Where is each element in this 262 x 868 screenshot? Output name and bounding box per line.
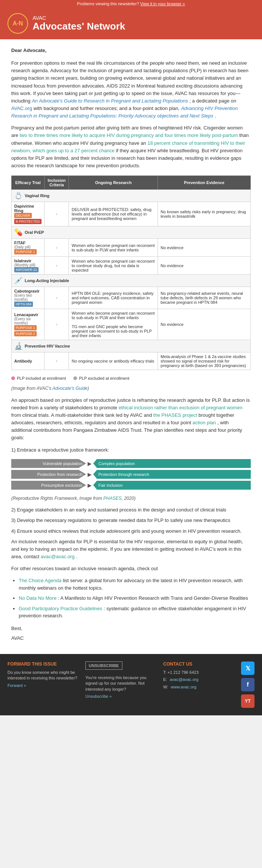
- contact-website-row: W: www.avac.org: [163, 684, 235, 690]
- ongoing-islatravir: Women who become pregnant can reconsent …: [69, 257, 158, 275]
- category-oral-prep: 💊 Oral PrEP: [12, 226, 251, 239]
- twitter-button[interactable]: 𝕏: [241, 661, 255, 675]
- phases-link[interactable]: the PHASES project: [153, 412, 197, 418]
- para1-mid2: with background and further resources; a…: [34, 106, 180, 111]
- youtube-button[interactable]: YT: [241, 694, 255, 708]
- injectable-icon: 💉: [14, 276, 22, 285]
- para3-mid: from clinical trials. A multi-stakeholde…: [11, 412, 152, 418]
- ongoing-lenacapavir: Women who become pregnant can reconsent …: [69, 309, 158, 340]
- evidence-ftaf: No evidence: [158, 239, 251, 257]
- drug-ftaf: F/TAF (Daily pill) PURPOSE 1: [12, 239, 45, 257]
- vaginal-ring-icon: 💍: [14, 192, 22, 200]
- oral-prep-icon: 💊: [14, 228, 22, 236]
- image-caption: (Image from AVAC's Advocate's Guide): [11, 385, 251, 392]
- drug-lenacapavir: Lenacapavir (Every six months) PURPOSE 1…: [12, 309, 45, 340]
- footer-contact: CONTACT US T: +1 212 796 6423 E: avac@av…: [163, 661, 235, 708]
- table-row-ftaf: F/TAF (Daily pill) PURPOSE 1 ♀ Women who…: [12, 239, 251, 257]
- inclusion-islatravir: ♀: [45, 257, 69, 275]
- arrow-2: ▶: [88, 471, 92, 477]
- evidence-cabotegravir: No pregnancy-related adverse events, neu…: [158, 287, 251, 309]
- avac-label: AVAC: [33, 15, 125, 21]
- unsubscribe-link[interactable]: Unsubscribe »: [85, 694, 112, 699]
- advocates-guide-link[interactable]: An Advocate's Guide to Research in Pregn…: [32, 98, 188, 104]
- list-item-gpp: Good Participatory Practice Guidelines :…: [19, 605, 251, 620]
- framework-right-2: Protection through research: [93, 470, 251, 479]
- footer: FORWARD THIS ISSUE Do you know someone w…: [0, 654, 262, 715]
- drug-islatravir: Islatravir (Monthly pill) IMPOWER-22: [12, 257, 45, 275]
- framework-left-1: Vulnerable population: [11, 459, 86, 468]
- phases-caption-link[interactable]: PHASES: [103, 496, 122, 501]
- gpp-link[interactable]: Good Participatory Practice Guidelines: [19, 606, 102, 611]
- forward-link[interactable]: Forward »: [7, 683, 26, 688]
- vaginal-ring-label: Vaginal Ring: [25, 193, 49, 198]
- ongoing-ftaf: Women who become pregnant can reconsent …: [69, 239, 158, 257]
- arrow-1: ▶: [88, 461, 92, 467]
- para1-mid: ; a dedicated page on: [189, 98, 236, 104]
- list-item-choice-agenda: The Choice Agenda list serve: a global f…: [19, 577, 251, 592]
- injectable-label: Long-Acting Injectable: [25, 278, 69, 283]
- framework-row-3: Presumptive exclusion ▶ Fair inclusion: [11, 481, 251, 490]
- three-times-link[interactable]: two to three times more likely to acquir…: [19, 132, 238, 138]
- contact-email-label: E:: [163, 677, 167, 682]
- closing: Best,: [11, 625, 251, 632]
- framework-diagram: Vulnerable population ▶ Complex populati…: [11, 459, 251, 490]
- no-data-link[interactable]: No Data No More: [19, 595, 57, 601]
- logo-initials: A·N: [13, 20, 23, 27]
- table-row-lenacapavir: Lenacapavir (Every six months) PURPOSE 1…: [12, 309, 251, 340]
- contact-email-link[interactable]: avac@avac.org: [41, 554, 75, 559]
- table-row-islatravir: Islatravir (Monthly pill) IMPOWER-22 ♀ W…: [12, 257, 251, 275]
- resource-list: The Choice Agenda list serve: a global f…: [19, 577, 251, 620]
- arrow-3: ▶: [88, 482, 92, 488]
- choice-agenda-link[interactable]: The Choice Agenda: [19, 578, 61, 583]
- action-plan-link[interactable]: action plan: [192, 420, 216, 425]
- contact-email-row: E: avac@avac.org: [163, 677, 235, 682]
- paragraph-3: An approach based on principles of repro…: [11, 397, 251, 442]
- contact-website-label: W:: [163, 685, 168, 689]
- goal-2: 2) Engage stakeholders in an early and s…: [11, 506, 251, 514]
- twitter-icon: 𝕏: [246, 665, 250, 672]
- goal-4: 4) Ensure sound ethics reviews that incl…: [11, 528, 251, 535]
- youtube-icon: YT: [245, 699, 250, 704]
- vaccine-icon: 🔬: [14, 342, 22, 350]
- forward-text: Do you know someone who might be interes…: [7, 670, 80, 681]
- framework-caption: (Reproductive Rights Framework, Image fr…: [11, 495, 251, 502]
- ongoing-dapivirine: DELIVER and B-PROTECTED: safety, drug le…: [69, 202, 158, 226]
- facebook-icon: f: [247, 681, 249, 688]
- framework-row-1: Vulnerable population ▶ Complex populati…: [11, 459, 251, 468]
- header: A·N AVAC Advocates' Network: [0, 7, 262, 39]
- network-label: Advocates' Network: [33, 21, 125, 32]
- vaccine-label: Preventive HIV Vaccine: [25, 344, 70, 348]
- ongoing-cabotegravir: HPTN 084 OLE: pregnancy incidence, safet…: [69, 287, 158, 309]
- framework-left-3: Presumptive exclusion: [11, 481, 86, 490]
- legend-gray: PLP excluded at enrollment: [73, 376, 129, 380]
- ethical-inclusion-link[interactable]: ethical inclusion rather than exclusion …: [119, 405, 243, 410]
- goal-3: 3) Develop the necessary regulations to …: [11, 517, 251, 524]
- no-data-text: : A Manifesto to Align HIV Prevention Re…: [58, 595, 248, 601]
- footer-email-link[interactable]: avac@avac.org: [170, 677, 198, 682]
- top-bar: Problems viewing this newsletter? View i…: [0, 0, 262, 7]
- footer-social: 𝕏 f YT: [241, 661, 255, 708]
- view-in-browser-link[interactable]: View it in your browser »: [140, 1, 185, 6]
- inclusion-ftaf: ♀: [45, 239, 69, 257]
- legend-pink-dot: [11, 376, 15, 380]
- col-inclusion: Inclusion Criteria: [45, 176, 69, 190]
- col-efficacy: Efficacy Trial: [12, 176, 45, 190]
- table-legend: PLP included at enrollment PLP excluded …: [11, 376, 251, 380]
- col-evidence: Prevention Evidence: [158, 176, 251, 190]
- framework-right-3: Fair inclusion: [93, 481, 251, 490]
- advocates-guide-caption-link[interactable]: Advocate's Guide: [52, 386, 88, 391]
- para4-end: .: [76, 554, 77, 559]
- signature: AVAC: [11, 635, 251, 642]
- email-container: Problems viewing this newsletter? View i…: [0, 0, 262, 715]
- evidence-antibody: Meta-analysis of Phase 1 & 2a vaccine st…: [158, 352, 251, 370]
- drug-dapivirine: Dapivirine Ring DELIVER B-PROTECTED: [12, 202, 45, 226]
- legend-pink: PLP included at enrollment: [11, 376, 66, 380]
- inclusion-lenacapavir: ♀: [45, 309, 69, 340]
- goal-1-label: 1) Embrace a reproductive justice framew…: [11, 446, 251, 454]
- category-injectable: 💉 Long-Acting Injectable: [12, 275, 251, 287]
- inclusion-cabotegravir: ♀: [45, 287, 69, 309]
- facebook-button[interactable]: f: [241, 678, 255, 691]
- footer-website-link[interactable]: www.avac.org: [171, 685, 196, 689]
- avac-org-link[interactable]: AVAC.org: [11, 106, 32, 111]
- paragraph-2: Pregnancy and the post-partum period aft…: [11, 124, 251, 169]
